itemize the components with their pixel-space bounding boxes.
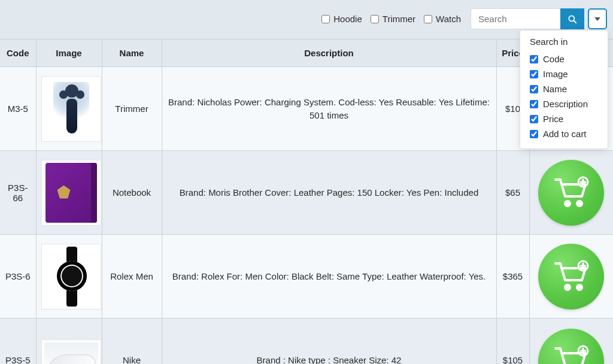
cell-cart <box>529 318 613 365</box>
sneaker-icon <box>44 342 98 365</box>
col-header-name[interactable]: Name <box>102 40 162 67</box>
filter-watch[interactable]: Watch <box>424 14 461 24</box>
svg-point-5 <box>565 201 570 206</box>
cell-code: P3S-66 <box>0 151 36 235</box>
product-image <box>41 160 101 226</box>
trimmer-icon <box>53 82 89 136</box>
svg-point-9 <box>577 285 582 290</box>
table-row: P3S-6 Rolex Men Brand: Rolex For: Men Co… <box>0 235 613 318</box>
search-in-add-to-cart-checkbox[interactable] <box>530 130 538 138</box>
search-in-dropdown: Search in Code Image Name Description Pr… <box>520 30 608 149</box>
search-icon <box>567 14 578 25</box>
table-row: P3S-66 Notebook Brand: Moris Brother Cov… <box>0 151 613 235</box>
filter-watch-label: Watch <box>436 14 461 24</box>
notebook-icon <box>45 163 97 223</box>
search-cluster <box>471 8 607 29</box>
cell-image <box>36 151 102 235</box>
svg-line-1 <box>573 20 576 23</box>
cell-price: $65 <box>496 151 529 235</box>
search-in-code-checkbox[interactable] <box>530 55 538 63</box>
search-in-name-label: Name <box>543 84 567 94</box>
cell-code: P3S-5 <box>0 318 36 365</box>
search-in-description[interactable]: Description <box>530 96 598 111</box>
watch-icon <box>47 247 95 307</box>
filter-hoodie-label: Hoodie <box>333 14 362 24</box>
add-to-cart-button[interactable] <box>538 329 604 365</box>
cell-image <box>36 235 102 318</box>
search-button[interactable] <box>560 8 584 29</box>
cell-price: $105 <box>496 318 529 365</box>
cart-plus-icon <box>552 174 590 212</box>
cell-price: $365 <box>496 235 529 318</box>
cell-code: P3S-6 <box>0 235 36 318</box>
cell-description: Brand : Nike type : Sneaker Size: 42 <box>162 318 496 365</box>
cart-plus-icon <box>552 257 590 296</box>
filter-watch-checkbox[interactable] <box>424 15 432 23</box>
search-options-toggle[interactable] <box>588 8 607 29</box>
svg-point-6 <box>577 201 582 206</box>
search-in-title: Search in <box>530 37 598 47</box>
search-in-code-label: Code <box>543 54 565 64</box>
cell-name: Trimmer <box>102 67 162 151</box>
product-image <box>41 339 101 365</box>
search-input[interactable] <box>471 8 560 29</box>
cell-name: Rolex Men <box>102 235 162 318</box>
col-header-image[interactable]: Image <box>36 40 102 67</box>
cell-description: Brand: Nicholas Power: Charging System. … <box>162 67 496 151</box>
table-row: P3S-5 Nike Brand : Nike type : Sneaker S… <box>0 318 613 365</box>
cell-cart <box>529 235 613 318</box>
search-in-add-to-cart[interactable]: Add to cart <box>530 126 598 141</box>
search-in-name[interactable]: Name <box>530 81 598 96</box>
cell-name: Nike <box>102 318 162 365</box>
search-in-image-label: Image <box>543 69 568 79</box>
category-filter-group: Hoodie Trimmer Watch <box>321 14 461 24</box>
filter-trimmer-checkbox[interactable] <box>371 15 379 23</box>
product-image <box>41 76 101 142</box>
filter-trimmer[interactable]: Trimmer <box>371 14 415 24</box>
add-to-cart-button[interactable] <box>538 244 604 310</box>
search-in-name-checkbox[interactable] <box>530 85 538 93</box>
cart-plus-icon <box>552 342 590 365</box>
cell-image <box>36 318 102 365</box>
cell-name: Notebook <box>102 151 162 235</box>
search-in-image[interactable]: Image <box>530 66 598 81</box>
product-image <box>41 244 101 310</box>
cell-image <box>36 67 102 151</box>
filter-hoodie-checkbox[interactable] <box>321 15 330 23</box>
cell-cart <box>529 151 613 235</box>
search-in-description-checkbox[interactable] <box>530 100 538 108</box>
search-in-add-to-cart-label: Add to cart <box>543 129 587 139</box>
cell-description: Brand: Moris Brother Cover: Leather Page… <box>162 151 496 235</box>
cell-description: Brand: Rolex For: Men Color: Black Belt:… <box>162 235 496 318</box>
col-header-description[interactable]: Description <box>162 40 496 67</box>
search-in-description-label: Description <box>543 99 588 109</box>
col-header-code[interactable]: Code <box>0 40 36 67</box>
search-in-price-label: Price <box>543 114 563 124</box>
cell-code: M3-5 <box>0 67 36 151</box>
search-in-code[interactable]: Code <box>530 51 598 66</box>
add-to-cart-button[interactable] <box>538 160 604 226</box>
caret-down-icon <box>594 17 600 21</box>
svg-point-8 <box>565 285 570 290</box>
filter-trimmer-label: Trimmer <box>383 14 415 24</box>
search-in-image-checkbox[interactable] <box>530 70 538 78</box>
svg-point-0 <box>569 16 574 21</box>
filter-hoodie[interactable]: Hoodie <box>321 14 362 24</box>
search-in-price[interactable]: Price <box>530 111 598 126</box>
search-in-price-checkbox[interactable] <box>530 115 538 123</box>
